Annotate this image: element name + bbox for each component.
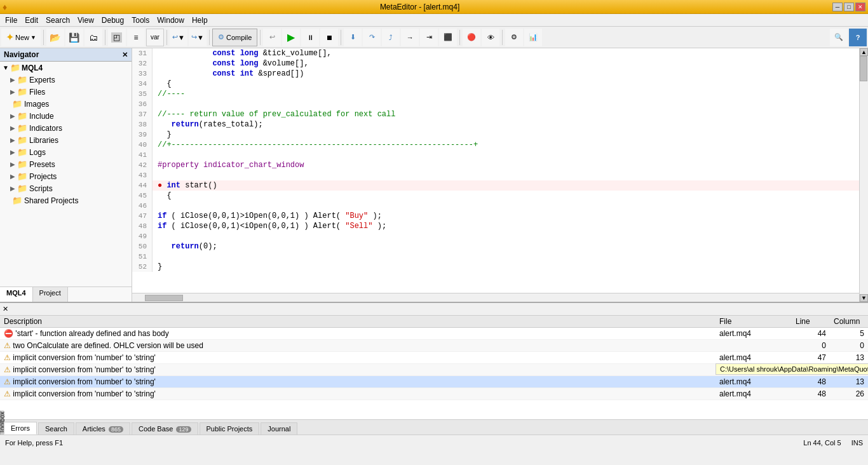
folder-indicators-icon: 📁 <box>17 123 27 133</box>
tree-item-files[interactable]: ▶ 📁 Files <box>0 86 132 98</box>
tree-item-indicators[interactable]: ▶ 📁 Indicators <box>0 122 132 134</box>
compile-button[interactable]: ⚙ Compile <box>212 29 257 46</box>
back-button[interactable]: ↩▼ <box>170 29 187 46</box>
tree-item-scripts[interactable]: ▶ 📁 Scripts <box>0 182 132 194</box>
error-row-0[interactable]: ⛔ 'start' - function already defined and… <box>0 328 868 340</box>
error-row-4[interactable]: ⚠ implicit conversion from 'number' to '… <box>0 376 868 388</box>
save-all-button[interactable]: 🗂 <box>85 29 102 46</box>
code-line-35: 35 //---- <box>132 89 859 99</box>
folder-logs-icon: 📁 <box>17 147 27 157</box>
navigator-header: Navigator ✕ <box>0 48 132 62</box>
run-cursor-icon: ⇥ <box>426 33 432 41</box>
code-padding <box>132 272 859 293</box>
tab-articles[interactable]: Articles 865 <box>76 422 130 435</box>
code-line-48: 48 if ( iClose(0,0,1)<iOpen(0,0,1) ) Ale… <box>132 221 859 231</box>
minimize-button[interactable]: ─ <box>832 3 843 11</box>
error-table: Description File Line Column ⛔ 'start' -… <box>0 316 868 419</box>
menu-tools[interactable]: Tools <box>128 15 153 26</box>
next-bp-icon: → <box>407 34 414 41</box>
tab-search-label: Search <box>45 425 67 433</box>
tree-item-experts[interactable]: ▶ 📁 Experts <box>0 74 132 86</box>
step-over-button[interactable]: ↷ <box>363 29 381 46</box>
new-label: New <box>15 34 29 41</box>
chart-button[interactable]: 📊 <box>524 29 542 46</box>
help-toolbar-button[interactable]: ? <box>849 29 867 46</box>
separator-3 <box>166 30 167 45</box>
settings-button[interactable]: ⚙ <box>505 29 523 46</box>
navigator-close-button[interactable]: ✕ <box>122 51 128 59</box>
scroll-thumb-v[interactable] <box>860 56 867 81</box>
search-toolbar-button[interactable]: 🔍 <box>830 29 848 46</box>
watch-button[interactable]: 👁 <box>482 29 499 46</box>
tab-errors[interactable]: Errors <box>4 422 37 435</box>
warn-icon-1: ⚠ <box>4 341 11 350</box>
horizontal-scrollbar[interactable] <box>132 293 859 302</box>
tree-item-projects[interactable]: ▶ 📁 Projects <box>0 170 132 182</box>
var-button[interactable]: var <box>146 29 164 46</box>
navigator-tabs: MQL4 Project <box>0 286 132 302</box>
code-area[interactable]: 31 const long &tick_volume[], 32 const l… <box>132 48 859 293</box>
error-file-0: alert.mq4 <box>715 328 792 340</box>
nav-tab-project[interactable]: Project <box>33 287 68 302</box>
tree-item-include[interactable]: ▶ 📁 Include <box>0 110 132 122</box>
file-tooltip: C:\Users\al shrouk\AppData\Roaming\MetaQ… <box>715 363 868 375</box>
run-to-cursor-button[interactable]: ⇥ <box>420 29 438 46</box>
tree-item-shared-projects[interactable]: 📁 Shared Projects <box>0 194 132 206</box>
error-row-5[interactable]: ⚠ implicit conversion from 'number' to '… <box>0 388 868 400</box>
scrollbar-thumb-h[interactable] <box>145 295 183 301</box>
menu-search[interactable]: Search <box>42 15 74 26</box>
error-row-2[interactable]: ⚠ implicit conversion from 'number' to '… <box>0 352 868 364</box>
error-line-1: 0 <box>792 340 830 352</box>
separator-4 <box>209 30 210 45</box>
bottom-toolbar: ✕ <box>0 303 868 316</box>
next-breakpoint-button[interactable]: → <box>401 29 419 46</box>
restore-button[interactable]: □ <box>844 3 854 11</box>
tree-item-images[interactable]: 📁 Images <box>0 98 132 110</box>
tab-codebase[interactable]: Code Base 129 <box>132 422 198 435</box>
tree-item-presets[interactable]: ▶ 📁 Presets <box>0 158 132 170</box>
col-column: Column <box>830 316 868 328</box>
watch-icon: 👁 <box>487 34 494 41</box>
open-button[interactable]: 📂 <box>46 29 64 46</box>
menu-help[interactable]: Help <box>188 15 212 26</box>
gear-icon: ⚙ <box>511 33 517 41</box>
breakpoint-button[interactable]: 🔴 <box>463 29 480 46</box>
new-button[interactable]: ✦ New ▼ <box>1 29 41 46</box>
step-out-button[interactable]: ⤴ <box>382 29 400 46</box>
tab-public-label: Public Projects <box>207 425 253 433</box>
tree-item-libraries[interactable]: ▶ 📁 Libraries <box>0 134 132 146</box>
menu-file[interactable]: File <box>1 15 21 26</box>
stop-button[interactable]: ⏹ <box>320 29 338 46</box>
undo-icon: ↩ <box>269 33 275 41</box>
vertical-scrollbar[interactable]: ▲ ▼ <box>859 48 868 302</box>
tree-item-logs[interactable]: ▶ 📁 Logs <box>0 146 132 158</box>
save-button[interactable]: 💾 <box>65 29 83 46</box>
menu-edit[interactable]: Edit <box>21 15 42 26</box>
separator-7 <box>459 30 460 45</box>
terminate-button[interactable]: ⬛ <box>439 29 457 46</box>
chart-view-button[interactable]: ≡ <box>127 29 145 46</box>
toolbar: ✦ New ▼ 📂 💾 🗂 ◰ ≡ var ↩▼ ↪▼ ⚙ Compile ↩ … <box>0 27 868 48</box>
editor-icon: ◰ <box>111 32 122 43</box>
step-into-button[interactable]: ⬇ <box>344 29 362 46</box>
undo-button[interactable]: ↩ <box>263 29 281 46</box>
tree-root-mql4[interactable]: ▼ 📁 MQL4 <box>0 62 132 74</box>
menu-window[interactable]: Window <box>153 15 188 26</box>
tab-public-projects[interactable]: Public Projects <box>200 422 260 435</box>
forward-button[interactable]: ↪▼ <box>189 29 207 46</box>
error-row-1[interactable]: ⚠ two OnCalculate are defined. OHLC vers… <box>0 340 868 352</box>
menu-debug[interactable]: Debug <box>98 15 128 26</box>
scroll-down-button[interactable]: ▼ <box>860 294 868 302</box>
tab-search[interactable]: Search <box>38 422 74 435</box>
bottom-panel-close[interactable]: ✕ <box>3 305 8 313</box>
play-button[interactable]: ▶ <box>282 29 300 46</box>
close-button[interactable]: ✕ <box>855 3 865 11</box>
scroll-up-button[interactable]: ▲ <box>860 48 868 56</box>
nav-tab-mql4[interactable]: MQL4 <box>0 287 33 302</box>
menu-view[interactable]: View <box>74 15 98 26</box>
pause-button[interactable]: ⏸ <box>301 29 319 46</box>
error-line-2: 47 <box>792 352 830 364</box>
editor-view-button[interactable]: ◰ <box>108 29 126 46</box>
error-desc-4: ⚠ implicit conversion from 'number' to '… <box>0 376 715 388</box>
tab-journal[interactable]: Journal <box>261 422 297 435</box>
